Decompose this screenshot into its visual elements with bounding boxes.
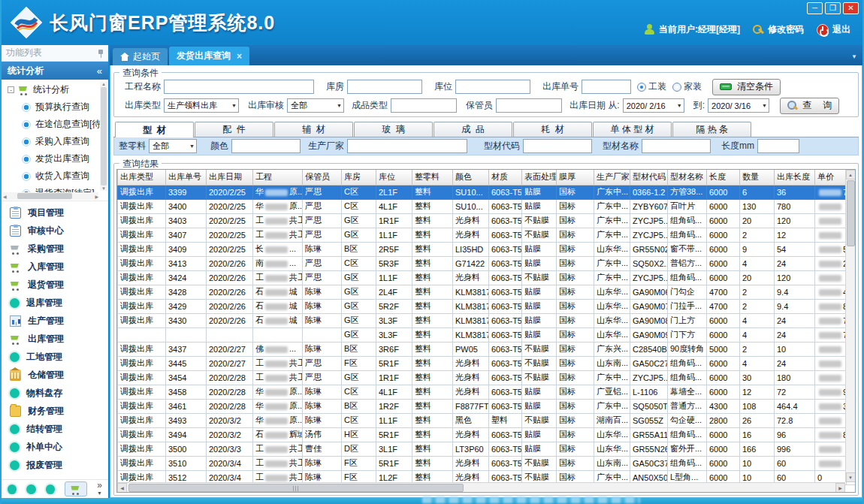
- tree-item[interactable]: 发货出库查询: [5, 150, 99, 167]
- minimize-button[interactable]: ─: [807, 2, 823, 14]
- sidebar-item-1[interactable]: 项目管理: [2, 204, 108, 222]
- column-header[interactable]: 整零料: [412, 170, 453, 185]
- table-row[interactable]: 调拨出库34282020/2/26石城陈琳G区2L4F整料KLM38176063…: [118, 285, 856, 299]
- column-header[interactable]: 颜色: [453, 170, 489, 185]
- tree-item[interactable]: 收货入库查询: [5, 167, 99, 185]
- column-header[interactable]: 材质: [489, 170, 522, 185]
- close-button[interactable]: ✕: [843, 2, 859, 14]
- sidebar-item-11[interactable]: 物料盘存: [2, 384, 108, 402]
- table-row[interactable]: 调拨出库34242020/2/26工共工程严思G区1L1F整料光身料6063-T…: [118, 270, 856, 285]
- scroll-right-icon[interactable]: ▶: [835, 483, 845, 493]
- module-dot-icon[interactable]: [26, 484, 35, 494]
- module-cart-button[interactable]: [65, 481, 87, 496]
- material-tab-7[interactable]: 单 体 型 材: [593, 122, 672, 137]
- tree-horizontal-scrollbar[interactable]: ◀ ▶: [3, 192, 98, 200]
- tab-overflow-icon[interactable]: ▼: [851, 53, 857, 60]
- tab-shipment-query[interactable]: 发货出库查询 ×: [169, 47, 249, 65]
- keeper-input[interactable]: [496, 98, 562, 113]
- module-dot-icon[interactable]: [46, 484, 55, 494]
- maximize-button[interactable]: ❐: [825, 2, 841, 14]
- table-row[interactable]: 调拨出库34292020/2/26石城陈琳G区5R2F整料KLM38176063…: [118, 299, 856, 313]
- column-header[interactable]: 单价: [815, 170, 847, 185]
- sidebar-item-6[interactable]: 退库管理: [2, 294, 108, 312]
- material-tab-2[interactable]: 配 件: [195, 122, 273, 137]
- audit-select[interactable]: 全部▼: [287, 98, 344, 113]
- column-header[interactable]: 工程: [253, 170, 303, 185]
- table-row[interactable]: 调拨出库34942020/3/2石辉城汤伟H区5R1F整料光身料6063-T5贴…: [118, 427, 856, 442]
- scroll-up-icon[interactable]: ▲: [846, 170, 856, 180]
- scroll-down-icon[interactable]: ▼: [846, 472, 856, 482]
- length-input[interactable]: [757, 139, 799, 153]
- column-header[interactable]: 膜厚: [557, 170, 594, 185]
- column-header[interactable]: 长度: [707, 170, 740, 185]
- search-button[interactable]: 查 询: [780, 98, 839, 114]
- table-row[interactable]: 调拨出库34612020/2/28华原...陈琳B区1R2F整料F8877FT6…: [118, 399, 856, 413]
- table-row[interactable]: 调拨出库35002020/3/3工共工程曹佳D区3L1F整料LT3P606063…: [118, 442, 856, 456]
- module-dot-icon[interactable]: [8, 484, 17, 494]
- scroll-left-icon[interactable]: ◀: [3, 194, 7, 199]
- table-row[interactable]: 调拨出库34072020/2/25工共工程严思G区1L1F整料光身料6063-T…: [118, 228, 856, 242]
- collapse-icon[interactable]: «: [97, 65, 102, 77]
- material-tab-6[interactable]: 耗 材: [513, 122, 592, 137]
- sidebar-item-3[interactable]: 采购管理: [2, 240, 108, 258]
- material-tab-3[interactable]: 辅 材: [274, 122, 353, 137]
- project-name-input[interactable]: [164, 80, 314, 94]
- sidebar-item-2[interactable]: 审核中心: [2, 222, 108, 240]
- scroll-up-icon[interactable]: ▲: [101, 82, 106, 86]
- more-modules-button[interactable]: »▼: [97, 482, 102, 496]
- table-horizontal-scrollbar[interactable]: ◀ ▶: [117, 482, 845, 492]
- scrollbar-thumb[interactable]: [17, 193, 73, 199]
- table-row[interactable]: G区3L3F整料KLM38176063-T5贴膜国标山东华...GA90M09.…: [118, 327, 856, 342]
- manufacturer-input[interactable]: [347, 139, 467, 153]
- material-tab-1[interactable]: 型 材: [115, 122, 194, 137]
- sidebar-item-5[interactable]: 退货管理: [2, 276, 108, 294]
- sidebar-item-9[interactable]: 工地管理: [2, 348, 108, 366]
- radio-jiazhuang[interactable]: [672, 83, 681, 92]
- table-row[interactable]: 调拨出库34002020/2/25华原...严思C区4L1F整料SU10...6…: [118, 199, 856, 213]
- table-header-row[interactable]: 出库类型出库单号出库日期工程保管员库房库位整零料颜色材质表面处理膜厚生产厂家型材…: [118, 170, 856, 185]
- tree-item[interactable]: 采购入库查询: [5, 133, 99, 150]
- material-tab-4[interactable]: 玻 璃: [354, 122, 433, 137]
- whole-part-select[interactable]: 全部▼: [149, 139, 197, 153]
- sidebar-item-4[interactable]: 入库管理: [2, 258, 108, 276]
- profile-code-input[interactable]: [523, 139, 592, 153]
- column-header[interactable]: 保管员: [303, 170, 342, 185]
- table-vertical-scrollbar[interactable]: ▲ ▼: [845, 170, 855, 482]
- material-tab-5[interactable]: 成 品: [434, 122, 512, 137]
- sidebar-item-10[interactable]: 仓储管理: [2, 366, 108, 384]
- pin-icon[interactable]: [98, 49, 104, 58]
- warehouse-input[interactable]: [347, 80, 422, 94]
- column-header[interactable]: 出库单号: [166, 170, 207, 185]
- tree-item[interactable]: 预算执行查询: [5, 98, 99, 116]
- scroll-right-icon[interactable]: ▶: [95, 194, 98, 199]
- column-header[interactable]: 型材名称: [668, 170, 707, 185]
- product-type-input[interactable]: [391, 98, 457, 113]
- sidebar-item-12[interactable]: 财务管理: [2, 402, 108, 420]
- sidebar-item-8[interactable]: 出库管理: [2, 330, 108, 348]
- sidebar-section-header[interactable]: 统计分析 «: [2, 62, 108, 80]
- tree-item[interactable]: 在途信息查询[待: [5, 116, 99, 133]
- tree-vertical-scrollbar[interactable]: ▲ ▼: [100, 82, 107, 191]
- table-row[interactable]: 调拨出库34132020/2/26南...严思C区5R3F整料G71422606…: [118, 256, 856, 270]
- profile-name-input[interactable]: [642, 139, 711, 153]
- order-no-input[interactable]: [582, 80, 631, 94]
- table-row[interactable]: 调拨出库34372020/2/27佛...陈琳B区3R6F整料PW056063-…: [118, 342, 856, 356]
- clear-conditions-button[interactable]: 清空条件: [712, 79, 781, 95]
- location-input[interactable]: [455, 80, 530, 94]
- table-row[interactable]: 调拨出库34302020/2/26石城陈琳G区3L3F整料KLM38176063…: [118, 313, 856, 327]
- column-header[interactable]: 库房: [342, 170, 376, 185]
- scroll-down-icon[interactable]: ▼: [101, 186, 106, 191]
- date-to-picker[interactable]: 2020/ 3/16▼: [708, 98, 769, 113]
- out-type-select[interactable]: 生产领料出库▼: [164, 98, 239, 113]
- column-header[interactable]: 出库日期: [207, 170, 253, 185]
- column-header[interactable]: 库位: [376, 170, 412, 185]
- radio-gongzhuang[interactable]: [637, 83, 646, 92]
- sidebar-item-15[interactable]: 报废管理: [2, 456, 108, 474]
- table-row[interactable]: 调拨出库33992020/2/25华原...严思C区2L1F整料SU10...6…: [118, 185, 856, 199]
- tab-close-icon[interactable]: ×: [237, 51, 242, 62]
- tree-expander-icon[interactable]: -: [8, 86, 14, 93]
- tab-home[interactable]: 起始页: [113, 48, 168, 65]
- column-header[interactable]: 出库类型: [118, 170, 166, 185]
- logout-button[interactable]: 退出: [817, 23, 850, 36]
- column-header[interactable]: 生产厂家: [594, 170, 630, 185]
